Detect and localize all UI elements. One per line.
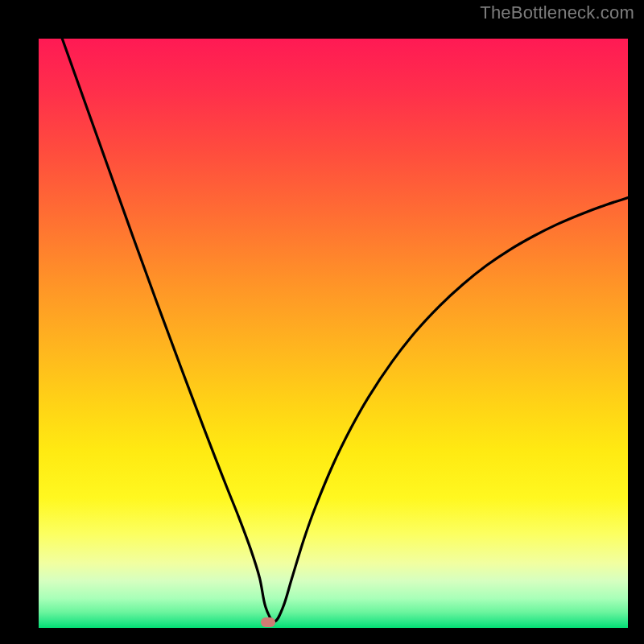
- watermark-text: TheBottleneck.com: [480, 2, 634, 23]
- chart-frame: [11, 11, 633, 633]
- bottleneck-curve: [39, 39, 628, 628]
- plot-area: [39, 39, 628, 628]
- optimal-marker-dot: [261, 617, 275, 627]
